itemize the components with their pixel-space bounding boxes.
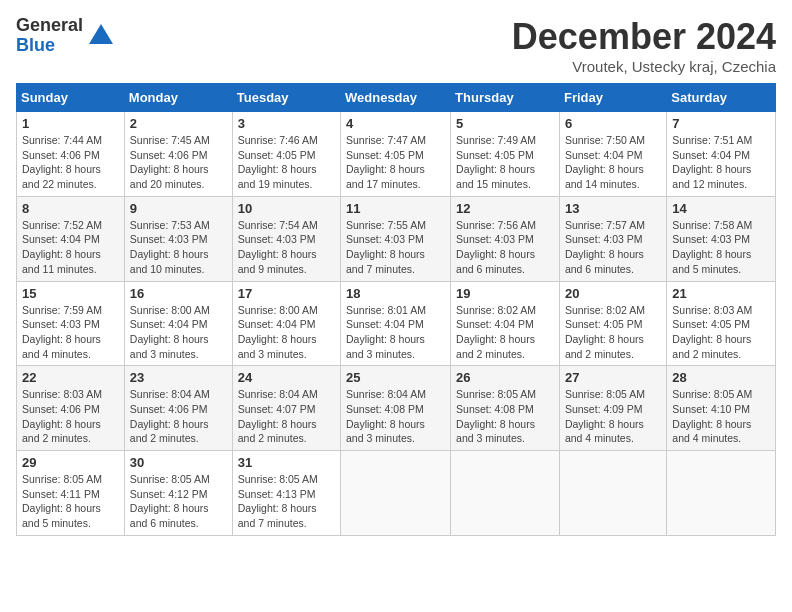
logo-general-text: General	[16, 16, 83, 36]
location-title: Vroutek, Ustecky kraj, Czechia	[512, 58, 776, 75]
day-number: 17	[238, 286, 335, 301]
calendar-cell: 2 Sunrise: 7:45 AMSunset: 4:06 PMDayligh…	[124, 112, 232, 197]
header-wednesday: Wednesday	[341, 84, 451, 112]
day-number: 5	[456, 116, 554, 131]
day-number: 30	[130, 455, 227, 470]
day-detail: Sunrise: 8:05 AMSunset: 4:08 PMDaylight:…	[456, 388, 536, 444]
day-detail: Sunrise: 7:44 AMSunset: 4:06 PMDaylight:…	[22, 134, 102, 190]
day-number: 8	[22, 201, 119, 216]
calendar-cell: 10 Sunrise: 7:54 AMSunset: 4:03 PMDaylig…	[232, 196, 340, 281]
day-number: 28	[672, 370, 770, 385]
day-detail: Sunrise: 8:02 AMSunset: 4:05 PMDaylight:…	[565, 304, 645, 360]
header-saturday: Saturday	[667, 84, 776, 112]
day-detail: Sunrise: 8:05 AMSunset: 4:13 PMDaylight:…	[238, 473, 318, 529]
calendar-cell: 13 Sunrise: 7:57 AMSunset: 4:03 PMDaylig…	[559, 196, 666, 281]
logo: General Blue	[16, 16, 115, 56]
day-detail: Sunrise: 8:05 AMSunset: 4:12 PMDaylight:…	[130, 473, 210, 529]
calendar-cell: 22 Sunrise: 8:03 AMSunset: 4:06 PMDaylig…	[17, 366, 125, 451]
day-number: 18	[346, 286, 445, 301]
calendar-cell: 25 Sunrise: 8:04 AMSunset: 4:08 PMDaylig…	[341, 366, 451, 451]
day-number: 21	[672, 286, 770, 301]
calendar-cell: 8 Sunrise: 7:52 AMSunset: 4:04 PMDayligh…	[17, 196, 125, 281]
week-row-1: 1 Sunrise: 7:44 AMSunset: 4:06 PMDayligh…	[17, 112, 776, 197]
calendar-cell	[667, 451, 776, 536]
day-detail: Sunrise: 7:52 AMSunset: 4:04 PMDaylight:…	[22, 219, 102, 275]
calendar-cell: 21 Sunrise: 8:03 AMSunset: 4:05 PMDaylig…	[667, 281, 776, 366]
day-detail: Sunrise: 8:04 AMSunset: 4:08 PMDaylight:…	[346, 388, 426, 444]
day-number: 22	[22, 370, 119, 385]
month-title: December 2024	[512, 16, 776, 58]
calendar-cell: 27 Sunrise: 8:05 AMSunset: 4:09 PMDaylig…	[559, 366, 666, 451]
calendar-cell: 31 Sunrise: 8:05 AMSunset: 4:13 PMDaylig…	[232, 451, 340, 536]
day-detail: Sunrise: 8:05 AMSunset: 4:09 PMDaylight:…	[565, 388, 645, 444]
day-detail: Sunrise: 8:03 AMSunset: 4:05 PMDaylight:…	[672, 304, 752, 360]
calendar-cell: 30 Sunrise: 8:05 AMSunset: 4:12 PMDaylig…	[124, 451, 232, 536]
calendar-cell: 17 Sunrise: 8:00 AMSunset: 4:04 PMDaylig…	[232, 281, 340, 366]
day-detail: Sunrise: 7:45 AMSunset: 4:06 PMDaylight:…	[130, 134, 210, 190]
day-detail: Sunrise: 7:46 AMSunset: 4:05 PMDaylight:…	[238, 134, 318, 190]
calendar-cell: 5 Sunrise: 7:49 AMSunset: 4:05 PMDayligh…	[451, 112, 560, 197]
calendar-cell: 12 Sunrise: 7:56 AMSunset: 4:03 PMDaylig…	[451, 196, 560, 281]
calendar-table: SundayMondayTuesdayWednesdayThursdayFrid…	[16, 83, 776, 536]
calendar-header-row: SundayMondayTuesdayWednesdayThursdayFrid…	[17, 84, 776, 112]
header: General Blue December 2024 Vroutek, Uste…	[16, 16, 776, 75]
calendar-cell: 18 Sunrise: 8:01 AMSunset: 4:04 PMDaylig…	[341, 281, 451, 366]
calendar-cell: 4 Sunrise: 7:47 AMSunset: 4:05 PMDayligh…	[341, 112, 451, 197]
header-thursday: Thursday	[451, 84, 560, 112]
day-detail: Sunrise: 8:04 AMSunset: 4:06 PMDaylight:…	[130, 388, 210, 444]
day-detail: Sunrise: 7:47 AMSunset: 4:05 PMDaylight:…	[346, 134, 426, 190]
day-detail: Sunrise: 7:55 AMSunset: 4:03 PMDaylight:…	[346, 219, 426, 275]
calendar-cell: 14 Sunrise: 7:58 AMSunset: 4:03 PMDaylig…	[667, 196, 776, 281]
day-detail: Sunrise: 7:50 AMSunset: 4:04 PMDaylight:…	[565, 134, 645, 190]
day-number: 25	[346, 370, 445, 385]
header-monday: Monday	[124, 84, 232, 112]
header-tuesday: Tuesday	[232, 84, 340, 112]
day-detail: Sunrise: 7:54 AMSunset: 4:03 PMDaylight:…	[238, 219, 318, 275]
day-number: 20	[565, 286, 661, 301]
day-detail: Sunrise: 8:05 AMSunset: 4:11 PMDaylight:…	[22, 473, 102, 529]
calendar-cell: 9 Sunrise: 7:53 AMSunset: 4:03 PMDayligh…	[124, 196, 232, 281]
calendar-cell: 20 Sunrise: 8:02 AMSunset: 4:05 PMDaylig…	[559, 281, 666, 366]
svg-marker-0	[89, 24, 113, 44]
day-detail: Sunrise: 7:49 AMSunset: 4:05 PMDaylight:…	[456, 134, 536, 190]
calendar-cell	[451, 451, 560, 536]
week-row-2: 8 Sunrise: 7:52 AMSunset: 4:04 PMDayligh…	[17, 196, 776, 281]
day-number: 1	[22, 116, 119, 131]
header-sunday: Sunday	[17, 84, 125, 112]
day-number: 14	[672, 201, 770, 216]
header-friday: Friday	[559, 84, 666, 112]
day-detail: Sunrise: 7:59 AMSunset: 4:03 PMDaylight:…	[22, 304, 102, 360]
calendar-cell: 1 Sunrise: 7:44 AMSunset: 4:06 PMDayligh…	[17, 112, 125, 197]
day-number: 15	[22, 286, 119, 301]
day-number: 12	[456, 201, 554, 216]
day-number: 27	[565, 370, 661, 385]
day-number: 23	[130, 370, 227, 385]
calendar-cell: 6 Sunrise: 7:50 AMSunset: 4:04 PMDayligh…	[559, 112, 666, 197]
day-number: 9	[130, 201, 227, 216]
day-number: 26	[456, 370, 554, 385]
calendar-cell: 7 Sunrise: 7:51 AMSunset: 4:04 PMDayligh…	[667, 112, 776, 197]
day-number: 11	[346, 201, 445, 216]
title-area: December 2024 Vroutek, Ustecky kraj, Cze…	[512, 16, 776, 75]
calendar-cell	[559, 451, 666, 536]
calendar-cell: 23 Sunrise: 8:04 AMSunset: 4:06 PMDaylig…	[124, 366, 232, 451]
day-number: 10	[238, 201, 335, 216]
day-detail: Sunrise: 8:00 AMSunset: 4:04 PMDaylight:…	[238, 304, 318, 360]
calendar-cell: 24 Sunrise: 8:04 AMSunset: 4:07 PMDaylig…	[232, 366, 340, 451]
calendar-cell: 11 Sunrise: 7:55 AMSunset: 4:03 PMDaylig…	[341, 196, 451, 281]
day-detail: Sunrise: 8:04 AMSunset: 4:07 PMDaylight:…	[238, 388, 318, 444]
day-number: 16	[130, 286, 227, 301]
day-detail: Sunrise: 7:51 AMSunset: 4:04 PMDaylight:…	[672, 134, 752, 190]
calendar-cell: 26 Sunrise: 8:05 AMSunset: 4:08 PMDaylig…	[451, 366, 560, 451]
day-number: 29	[22, 455, 119, 470]
day-detail: Sunrise: 8:03 AMSunset: 4:06 PMDaylight:…	[22, 388, 102, 444]
day-detail: Sunrise: 7:57 AMSunset: 4:03 PMDaylight:…	[565, 219, 645, 275]
calendar-cell: 29 Sunrise: 8:05 AMSunset: 4:11 PMDaylig…	[17, 451, 125, 536]
logo-blue-text: Blue	[16, 36, 83, 56]
calendar-cell: 16 Sunrise: 8:00 AMSunset: 4:04 PMDaylig…	[124, 281, 232, 366]
week-row-4: 22 Sunrise: 8:03 AMSunset: 4:06 PMDaylig…	[17, 366, 776, 451]
calendar-cell: 3 Sunrise: 7:46 AMSunset: 4:05 PMDayligh…	[232, 112, 340, 197]
day-number: 24	[238, 370, 335, 385]
day-detail: Sunrise: 8:00 AMSunset: 4:04 PMDaylight:…	[130, 304, 210, 360]
day-detail: Sunrise: 7:53 AMSunset: 4:03 PMDaylight:…	[130, 219, 210, 275]
